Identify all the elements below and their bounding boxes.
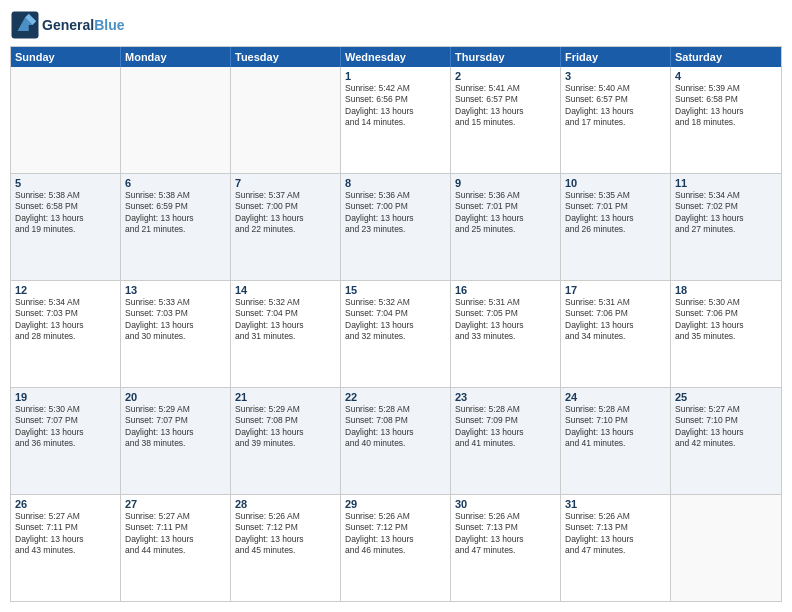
day-number: 17 <box>565 284 666 296</box>
day-cell-25: 25Sunrise: 5:27 AM Sunset: 7:10 PM Dayli… <box>671 388 781 494</box>
day-cell-5: 5Sunrise: 5:38 AM Sunset: 6:58 PM Daylig… <box>11 174 121 280</box>
day-header-tuesday: Tuesday <box>231 47 341 67</box>
day-number: 19 <box>15 391 116 403</box>
day-info: Sunrise: 5:28 AM Sunset: 7:09 PM Dayligh… <box>455 404 556 450</box>
day-info: Sunrise: 5:26 AM Sunset: 7:13 PM Dayligh… <box>455 511 556 557</box>
page-container: GeneralBlue SundayMondayTuesdayWednesday… <box>0 0 792 612</box>
day-number: 6 <box>125 177 226 189</box>
day-info: Sunrise: 5:40 AM Sunset: 6:57 PM Dayligh… <box>565 83 666 129</box>
day-info: Sunrise: 5:38 AM Sunset: 6:59 PM Dayligh… <box>125 190 226 236</box>
day-info: Sunrise: 5:34 AM Sunset: 7:03 PM Dayligh… <box>15 297 116 343</box>
day-header-sunday: Sunday <box>11 47 121 67</box>
day-number: 15 <box>345 284 446 296</box>
week-row-1: 1Sunrise: 5:42 AM Sunset: 6:56 PM Daylig… <box>11 67 781 173</box>
day-info: Sunrise: 5:27 AM Sunset: 7:11 PM Dayligh… <box>125 511 226 557</box>
day-info: Sunrise: 5:26 AM Sunset: 7:12 PM Dayligh… <box>345 511 446 557</box>
day-cell-2: 2Sunrise: 5:41 AM Sunset: 6:57 PM Daylig… <box>451 67 561 173</box>
day-number: 8 <box>345 177 446 189</box>
day-cell-3: 3Sunrise: 5:40 AM Sunset: 6:57 PM Daylig… <box>561 67 671 173</box>
day-number: 12 <box>15 284 116 296</box>
day-cell-empty-2 <box>231 67 341 173</box>
day-cell-28: 28Sunrise: 5:26 AM Sunset: 7:12 PM Dayli… <box>231 495 341 601</box>
day-number: 10 <box>565 177 666 189</box>
logo-text: GeneralBlue <box>42 17 124 33</box>
day-cell-13: 13Sunrise: 5:33 AM Sunset: 7:03 PM Dayli… <box>121 281 231 387</box>
day-info: Sunrise: 5:42 AM Sunset: 6:56 PM Dayligh… <box>345 83 446 129</box>
day-number: 2 <box>455 70 556 82</box>
day-number: 11 <box>675 177 777 189</box>
day-cell-18: 18Sunrise: 5:30 AM Sunset: 7:06 PM Dayli… <box>671 281 781 387</box>
day-cell-12: 12Sunrise: 5:34 AM Sunset: 7:03 PM Dayli… <box>11 281 121 387</box>
day-number: 1 <box>345 70 446 82</box>
page-header: GeneralBlue <box>10 10 782 40</box>
day-number: 18 <box>675 284 777 296</box>
day-info: Sunrise: 5:29 AM Sunset: 7:07 PM Dayligh… <box>125 404 226 450</box>
logo: GeneralBlue <box>10 10 124 40</box>
day-info: Sunrise: 5:35 AM Sunset: 7:01 PM Dayligh… <box>565 190 666 236</box>
day-cell-empty-0 <box>11 67 121 173</box>
day-cell-30: 30Sunrise: 5:26 AM Sunset: 7:13 PM Dayli… <box>451 495 561 601</box>
day-number: 29 <box>345 498 446 510</box>
day-number: 22 <box>345 391 446 403</box>
day-cell-24: 24Sunrise: 5:28 AM Sunset: 7:10 PM Dayli… <box>561 388 671 494</box>
day-info: Sunrise: 5:36 AM Sunset: 7:01 PM Dayligh… <box>455 190 556 236</box>
day-cell-empty-6 <box>671 495 781 601</box>
day-number: 5 <box>15 177 116 189</box>
day-info: Sunrise: 5:29 AM Sunset: 7:08 PM Dayligh… <box>235 404 336 450</box>
day-headers-row: SundayMondayTuesdayWednesdayThursdayFrid… <box>11 47 781 67</box>
day-number: 16 <box>455 284 556 296</box>
day-cell-20: 20Sunrise: 5:29 AM Sunset: 7:07 PM Dayli… <box>121 388 231 494</box>
day-cell-6: 6Sunrise: 5:38 AM Sunset: 6:59 PM Daylig… <box>121 174 231 280</box>
day-header-thursday: Thursday <box>451 47 561 67</box>
day-number: 20 <box>125 391 226 403</box>
day-cell-1: 1Sunrise: 5:42 AM Sunset: 6:56 PM Daylig… <box>341 67 451 173</box>
day-cell-22: 22Sunrise: 5:28 AM Sunset: 7:08 PM Dayli… <box>341 388 451 494</box>
day-cell-9: 9Sunrise: 5:36 AM Sunset: 7:01 PM Daylig… <box>451 174 561 280</box>
day-cell-11: 11Sunrise: 5:34 AM Sunset: 7:02 PM Dayli… <box>671 174 781 280</box>
day-number: 23 <box>455 391 556 403</box>
week-row-4: 19Sunrise: 5:30 AM Sunset: 7:07 PM Dayli… <box>11 387 781 494</box>
day-info: Sunrise: 5:41 AM Sunset: 6:57 PM Dayligh… <box>455 83 556 129</box>
day-info: Sunrise: 5:30 AM Sunset: 7:07 PM Dayligh… <box>15 404 116 450</box>
day-info: Sunrise: 5:32 AM Sunset: 7:04 PM Dayligh… <box>235 297 336 343</box>
day-header-monday: Monday <box>121 47 231 67</box>
day-cell-26: 26Sunrise: 5:27 AM Sunset: 7:11 PM Dayli… <box>11 495 121 601</box>
day-info: Sunrise: 5:26 AM Sunset: 7:13 PM Dayligh… <box>565 511 666 557</box>
day-info: Sunrise: 5:31 AM Sunset: 7:05 PM Dayligh… <box>455 297 556 343</box>
day-info: Sunrise: 5:34 AM Sunset: 7:02 PM Dayligh… <box>675 190 777 236</box>
day-cell-8: 8Sunrise: 5:36 AM Sunset: 7:00 PM Daylig… <box>341 174 451 280</box>
day-number: 3 <box>565 70 666 82</box>
day-cell-10: 10Sunrise: 5:35 AM Sunset: 7:01 PM Dayli… <box>561 174 671 280</box>
day-cell-23: 23Sunrise: 5:28 AM Sunset: 7:09 PM Dayli… <box>451 388 561 494</box>
day-number: 7 <box>235 177 336 189</box>
day-number: 30 <box>455 498 556 510</box>
day-header-saturday: Saturday <box>671 47 781 67</box>
day-info: Sunrise: 5:28 AM Sunset: 7:10 PM Dayligh… <box>565 404 666 450</box>
day-info: Sunrise: 5:37 AM Sunset: 7:00 PM Dayligh… <box>235 190 336 236</box>
day-number: 4 <box>675 70 777 82</box>
day-info: Sunrise: 5:30 AM Sunset: 7:06 PM Dayligh… <box>675 297 777 343</box>
day-cell-19: 19Sunrise: 5:30 AM Sunset: 7:07 PM Dayli… <box>11 388 121 494</box>
day-cell-27: 27Sunrise: 5:27 AM Sunset: 7:11 PM Dayli… <box>121 495 231 601</box>
day-info: Sunrise: 5:31 AM Sunset: 7:06 PM Dayligh… <box>565 297 666 343</box>
day-number: 9 <box>455 177 556 189</box>
day-cell-17: 17Sunrise: 5:31 AM Sunset: 7:06 PM Dayli… <box>561 281 671 387</box>
day-info: Sunrise: 5:33 AM Sunset: 7:03 PM Dayligh… <box>125 297 226 343</box>
day-header-friday: Friday <box>561 47 671 67</box>
day-cell-empty-1 <box>121 67 231 173</box>
day-number: 28 <box>235 498 336 510</box>
day-info: Sunrise: 5:27 AM Sunset: 7:10 PM Dayligh… <box>675 404 777 450</box>
week-row-2: 5Sunrise: 5:38 AM Sunset: 6:58 PM Daylig… <box>11 173 781 280</box>
day-number: 31 <box>565 498 666 510</box>
day-cell-31: 31Sunrise: 5:26 AM Sunset: 7:13 PM Dayli… <box>561 495 671 601</box>
day-info: Sunrise: 5:39 AM Sunset: 6:58 PM Dayligh… <box>675 83 777 129</box>
day-number: 24 <box>565 391 666 403</box>
day-info: Sunrise: 5:32 AM Sunset: 7:04 PM Dayligh… <box>345 297 446 343</box>
day-number: 21 <box>235 391 336 403</box>
day-number: 27 <box>125 498 226 510</box>
day-number: 14 <box>235 284 336 296</box>
day-cell-21: 21Sunrise: 5:29 AM Sunset: 7:08 PM Dayli… <box>231 388 341 494</box>
week-row-3: 12Sunrise: 5:34 AM Sunset: 7:03 PM Dayli… <box>11 280 781 387</box>
day-number: 13 <box>125 284 226 296</box>
day-info: Sunrise: 5:26 AM Sunset: 7:12 PM Dayligh… <box>235 511 336 557</box>
